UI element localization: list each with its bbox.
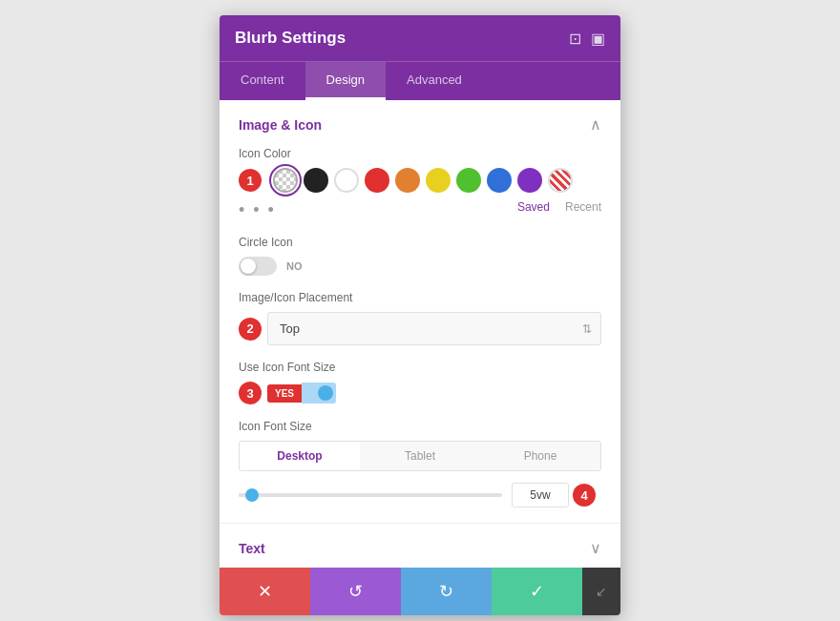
slider-row: 4 [239, 483, 601, 507]
placement-select[interactable]: Top Bottom Left Right [267, 312, 601, 345]
color-swatch-red[interactable] [365, 168, 389, 193]
badge-3: 3 [239, 382, 262, 404]
saved-colors-button[interactable]: Saved [517, 200, 550, 220]
device-tab-desktop[interactable]: Desktop [240, 442, 360, 470]
icon-font-size-label: Icon Font Size [239, 420, 601, 433]
cancel-button[interactable]: ✕ [220, 568, 310, 615]
device-tabs: Desktop Tablet Phone [239, 441, 601, 471]
collapse-icon[interactable]: ∧ [590, 115, 601, 134]
circle-toggle-thumb [241, 259, 256, 274]
circle-icon-label: Circle Icon [239, 236, 601, 249]
panel-header: Blurb Settings ⊡ ▣ [220, 15, 620, 61]
tab-content[interactable]: Content [220, 62, 305, 100]
color-swatch-blue[interactable] [487, 168, 512, 193]
corner-arrow-icon: ↙ [596, 584, 607, 599]
resize-icon[interactable]: ⊡ [569, 30, 581, 48]
recent-colors-button[interactable]: Recent [565, 200, 601, 220]
use-icon-font-size-toggle[interactable]: YES [267, 383, 336, 404]
color-swatch-white[interactable] [334, 168, 359, 193]
undo-button[interactable]: ↺ [310, 568, 401, 615]
save-button[interactable]: ✓ [492, 568, 582, 615]
color-swatch-black[interactable] [304, 168, 328, 193]
circle-icon-toggle-row: NO [239, 257, 601, 276]
device-tab-tablet[interactable]: Tablet [360, 442, 480, 470]
toggle-yes-label: YES [267, 384, 302, 403]
circle-icon-no-label: NO [286, 260, 303, 272]
color-swatch-custom[interactable] [548, 168, 573, 193]
bottom-toolbar: ✕ ↺ ↻ ✓ ↙ [220, 568, 620, 615]
slider-value-input[interactable] [512, 483, 569, 507]
color-swatch-green[interactable] [456, 168, 481, 193]
badge-1: 1 [239, 169, 262, 192]
use-icon-font-size-label: Use Icon Font Size [239, 361, 601, 374]
color-swatches-row: 1 [239, 168, 601, 193]
slider-value-wrap: 4 [512, 483, 601, 507]
color-swatch-transparent[interactable] [273, 168, 298, 193]
text-section-expand-icon[interactable]: ∨ [590, 539, 601, 557]
layout-icon[interactable]: ▣ [591, 30, 605, 48]
tabs-bar: Content Design Advanced [220, 61, 620, 100]
header-icons: ⊡ ▣ [569, 30, 605, 48]
panel-title: Blurb Settings [235, 29, 346, 48]
text-section-title: Text [239, 541, 265, 556]
more-colors-button[interactable]: • • • [239, 200, 276, 220]
blurb-settings-panel: Blurb Settings ⊡ ▣ Content Design Advanc… [220, 15, 620, 615]
panel-content: Image & Icon ∧ Icon Color 1 [220, 100, 620, 568]
use-icon-font-size-field: Use Icon Font Size 3 YES [239, 361, 601, 404]
icon-color-label: Icon Color [239, 147, 601, 160]
color-actions-row: • • • Saved Recent [239, 200, 601, 220]
slider-thumb[interactable] [245, 488, 259, 502]
placement-field: Image/Icon Placement 2 Top Bottom Left R… [239, 291, 601, 345]
device-tab-phone[interactable]: Phone [480, 442, 600, 470]
text-section: Text ∨ [220, 524, 620, 568]
placement-label: Image/Icon Placement [239, 291, 601, 304]
circle-icon-field: Circle Icon NO [239, 236, 601, 276]
toggle-track[interactable] [302, 383, 336, 404]
section-header-image-icon: Image & Icon ∧ [239, 115, 601, 134]
placement-row: 2 Top Bottom Left Right ⇅ [239, 312, 601, 345]
color-swatch-yellow[interactable] [426, 168, 451, 193]
toggle-thumb [318, 385, 333, 401]
corner-icon: ↙ [582, 568, 620, 615]
badge-2: 2 [239, 318, 262, 341]
color-swatch-orange[interactable] [395, 168, 420, 193]
badge-4: 4 [573, 484, 596, 507]
color-swatch-purple[interactable] [517, 168, 542, 193]
redo-button[interactable]: ↻ [401, 568, 492, 615]
slider-track[interactable] [239, 493, 502, 497]
tab-advanced[interactable]: Advanced [386, 62, 483, 100]
circle-icon-toggle[interactable] [239, 257, 277, 276]
icon-font-size-field: Icon Font Size Desktop Tablet Phone [239, 420, 601, 507]
tab-design[interactable]: Design [305, 62, 386, 100]
placement-select-wrap: Top Bottom Left Right ⇅ [267, 312, 601, 345]
icon-color-field: Icon Color 1 • • • Sav [239, 147, 601, 220]
section-title-image-icon: Image & Icon [239, 117, 322, 133]
use-icon-font-size-row: 3 YES [239, 382, 601, 404]
image-icon-section: Image & Icon ∧ Icon Color 1 [220, 100, 620, 524]
